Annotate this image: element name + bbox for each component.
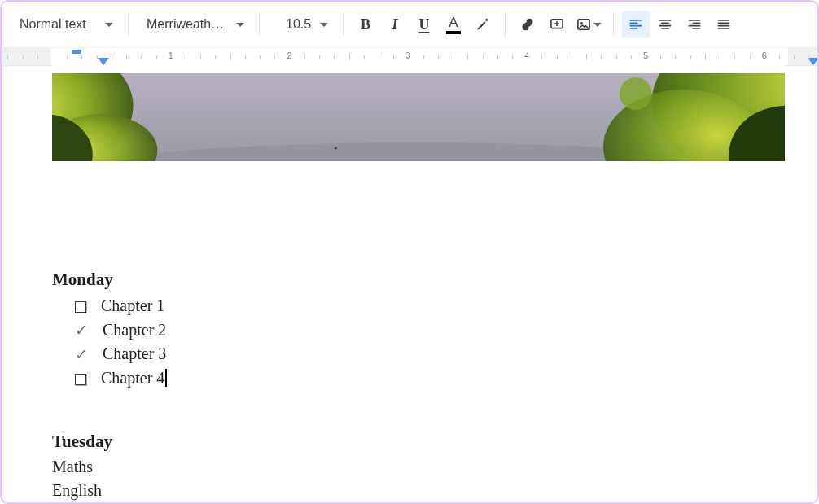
ruler-tick bbox=[660, 55, 661, 59]
ruler-tick bbox=[497, 55, 498, 59]
checkbox-unchecked-icon[interactable] bbox=[75, 301, 86, 313]
ruler-tick bbox=[200, 55, 201, 59]
ruler-tick bbox=[675, 55, 676, 59]
insert-link-button[interactable] bbox=[514, 11, 541, 38]
section-tuesday: Tuesday Maths English bbox=[52, 429, 785, 502]
text-color-icon: A bbox=[446, 15, 461, 34]
insert-comment-button[interactable] bbox=[543, 11, 571, 38]
document-page[interactable]: Monday Chapter 1 ✓ Chapter 2 ✓ Chapter 3… bbox=[52, 65, 785, 502]
ruler-tick bbox=[750, 55, 751, 59]
checkmark-icon[interactable]: ✓ bbox=[75, 344, 88, 366]
align-right-button[interactable] bbox=[681, 11, 708, 38]
list-item: English bbox=[52, 479, 785, 503]
separator bbox=[505, 13, 506, 36]
text-color-button[interactable]: A bbox=[440, 11, 467, 38]
ruler-tick bbox=[601, 55, 602, 59]
ruler-tick bbox=[423, 55, 424, 59]
align-justify-button[interactable] bbox=[710, 11, 738, 38]
chevron-down-icon bbox=[105, 23, 113, 27]
ruler-tick bbox=[393, 55, 394, 59]
checklist-item-label: Chapter 4 bbox=[101, 366, 167, 391]
image-icon bbox=[576, 16, 592, 33]
separator bbox=[128, 13, 129, 36]
section-monday: Monday Chapter 1 ✓ Chapter 2 ✓ Chapter 3… bbox=[52, 267, 785, 390]
ruler-tick bbox=[67, 55, 68, 59]
ruler-tick bbox=[37, 55, 38, 59]
ruler-number: 5 bbox=[643, 50, 648, 60]
formatting-toolbar: Normal text Merriweath… 10.5 B I U A bbox=[2, 2, 817, 47]
ruler-tick bbox=[438, 55, 439, 59]
ruler-tick bbox=[156, 55, 157, 59]
ruler-tick bbox=[453, 55, 453, 59]
highlight-button[interactable] bbox=[469, 11, 497, 38]
insert-image-dropdown[interactable] bbox=[572, 11, 605, 38]
bold-icon: B bbox=[361, 16, 370, 33]
italic-button[interactable]: I bbox=[381, 11, 409, 38]
ruler-tick bbox=[512, 55, 513, 59]
left-indent-marker[interactable] bbox=[98, 58, 109, 65]
ruler-tick bbox=[7, 55, 8, 59]
font-size-dropdown[interactable]: 10.5 bbox=[268, 10, 335, 39]
right-indent-marker[interactable] bbox=[808, 58, 819, 65]
ruler-tick bbox=[81, 55, 82, 59]
ruler-number: 3 bbox=[405, 50, 410, 60]
header-image[interactable] bbox=[52, 73, 785, 161]
svg-point-13 bbox=[620, 77, 652, 110]
ruler-tick bbox=[274, 55, 275, 59]
first-line-indent-marker[interactable] bbox=[72, 50, 81, 54]
checklist-item[interactable]: ✓ Chapter 3 bbox=[75, 342, 785, 366]
checklist: Chapter 1 ✓ Chapter 2 ✓ Chapter 3 Chapte… bbox=[75, 294, 785, 390]
ruler-tick bbox=[319, 55, 320, 59]
align-center-icon bbox=[657, 16, 673, 33]
align-left-button[interactable] bbox=[622, 11, 650, 38]
ruler-tick bbox=[364, 55, 365, 59]
document-body[interactable]: Monday Chapter 1 ✓ Chapter 2 ✓ Chapter 3… bbox=[52, 267, 785, 503]
checklist-item[interactable]: ✓ Chapter 2 bbox=[75, 318, 785, 343]
underline-icon: U bbox=[419, 16, 430, 33]
svg-point-4 bbox=[580, 22, 583, 24]
ruler-tick bbox=[112, 54, 112, 59]
checklist-item-label: Chapter 2 bbox=[103, 318, 166, 343]
separator bbox=[343, 13, 344, 36]
font-family-dropdown[interactable]: Merriweath… bbox=[137, 10, 251, 39]
checklist-item-label: Chapter 3 bbox=[103, 342, 166, 366]
paragraph-style-dropdown[interactable]: Normal text bbox=[10, 10, 120, 39]
checklist-item[interactable]: Chapter 1 bbox=[75, 294, 785, 318]
ruler-tick bbox=[97, 55, 98, 59]
ruler-tick bbox=[126, 55, 127, 59]
ruler-tick bbox=[720, 55, 720, 59]
text-cursor bbox=[165, 369, 166, 387]
align-left-icon bbox=[628, 16, 644, 33]
ruler-tick bbox=[245, 55, 246, 59]
chevron-down-icon bbox=[236, 23, 244, 27]
checkmark-icon[interactable]: ✓ bbox=[75, 319, 88, 342]
svg-point-14 bbox=[335, 147, 337, 150]
link-icon bbox=[519, 16, 536, 33]
bold-button[interactable]: B bbox=[352, 11, 379, 38]
ruler-number: 2 bbox=[287, 50, 292, 60]
align-center-button[interactable] bbox=[651, 11, 679, 38]
checkbox-unchecked-icon[interactable] bbox=[75, 374, 86, 385]
ruler-tick bbox=[586, 54, 587, 59]
add-comment-icon bbox=[549, 16, 565, 33]
ruler-tick bbox=[557, 55, 558, 59]
align-justify-icon bbox=[716, 16, 732, 33]
ruler-tick bbox=[23, 55, 24, 59]
horizontal-ruler[interactable]: 123456 bbox=[2, 47, 817, 65]
checklist-item-label: Chapter 1 bbox=[101, 294, 164, 318]
font-size-value: 10.5 bbox=[286, 17, 311, 32]
ruler-tick bbox=[186, 55, 186, 59]
ruler-tick bbox=[230, 54, 231, 59]
list-item: Maths bbox=[52, 455, 785, 480]
ruler-tick bbox=[541, 55, 542, 59]
ruler-number: 6 bbox=[762, 50, 767, 60]
ruler-number: 4 bbox=[524, 50, 529, 60]
paragraph-style-label: Normal text bbox=[20, 17, 86, 32]
ruler-tick bbox=[631, 55, 632, 59]
ruler-tick bbox=[616, 55, 617, 59]
checklist-item[interactable]: Chapter 4 bbox=[75, 366, 785, 391]
underline-button[interactable]: U bbox=[410, 11, 438, 38]
ruler-tick bbox=[483, 55, 484, 59]
ruler-tick bbox=[304, 55, 305, 59]
ruler-tick bbox=[794, 55, 795, 59]
